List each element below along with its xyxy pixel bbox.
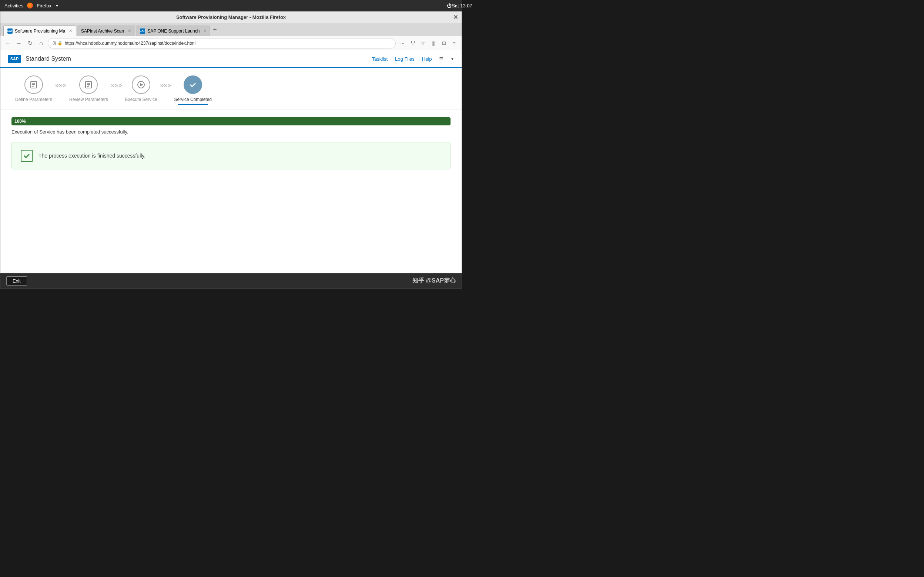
step-circle-completed <box>184 76 202 94</box>
sap-content: Define Parameters »»» Review Parameters … <box>0 68 462 273</box>
step-label-execute: Execute Service <box>125 97 157 102</box>
reload-button[interactable]: ↻ <box>26 39 34 48</box>
step-label-completed: Service Completed <box>174 97 212 102</box>
help-link[interactable]: Help <box>422 56 432 62</box>
forward-button[interactable]: → <box>15 39 23 48</box>
step-circle-review <box>79 76 98 94</box>
sap-tab-icon-1: SAP <box>7 29 13 34</box>
url-text: https://vhcalhdbdb.dummy.nodomain:4237/s… <box>65 41 195 46</box>
browser-title: Software Provisioning Manager - Mozilla … <box>176 15 286 20</box>
tab-close-1[interactable]: ✕ <box>69 29 72 33</box>
sap-logo: SAP <box>8 55 21 63</box>
execution-complete-text: Execution of Service has been completed … <box>11 129 451 135</box>
reader-view-button[interactable]: ||| <box>429 39 438 48</box>
browser-tabs: SAP Software Provisioning Ma ✕ SAPinst A… <box>0 23 462 36</box>
power-icon[interactable]: ⏻ <box>447 3 452 8</box>
firefox-icon <box>27 3 33 8</box>
step-circle-define <box>24 76 43 94</box>
url-bar[interactable]: (i) 🔒 https://vhcalhdbdb.dummy.nodomain:… <box>48 38 396 48</box>
step-label-review: Review Parameters <box>69 97 108 102</box>
progress-bar-container: 100% <box>11 117 451 126</box>
tab-sap-one-support[interactable]: SAP SAP ONE Support Launch ✕ <box>136 26 210 36</box>
step-label-define: Define Parameters <box>15 97 52 102</box>
progress-bar-fill: 100% <box>11 117 451 126</box>
browser-close-button[interactable]: ✕ <box>453 14 458 21</box>
activities-label[interactable]: Activities <box>5 3 23 8</box>
step-separator-2: »»» <box>108 81 125 89</box>
pocket-button[interactable]: ⛉ <box>408 39 417 48</box>
back-button[interactable]: ← <box>3 39 12 48</box>
new-tab-button[interactable]: + <box>211 26 219 34</box>
browser-title-bar: Software Provisioning Manager - Mozilla … <box>0 11 462 23</box>
sap-app-header: SAP Standard System Tasklist Log Files H… <box>0 50 462 68</box>
step-circle-execute <box>132 76 150 94</box>
sap-menu-chevron[interactable]: ▼ <box>451 57 454 61</box>
step-define-parameters[interactable]: Define Parameters <box>15 76 52 102</box>
wizard-steps: Define Parameters »»» Review Parameters … <box>0 68 462 110</box>
exit-button[interactable]: Exit <box>6 276 27 285</box>
watermark-text: 知乎 @SAP梦心 <box>412 277 456 285</box>
svg-marker-8 <box>140 83 143 86</box>
success-box: The process execution is finished succes… <box>11 142 451 169</box>
tab-close-3[interactable]: ✕ <box>203 29 207 33</box>
os-bar-left: Activities Firefox ▼ <box>5 3 59 8</box>
success-message-text: The process execution is finished succes… <box>39 153 145 159</box>
address-actions: ··· ⛉ ☆ ||| ⊡ ≡ <box>398 39 459 48</box>
tasklist-link[interactable]: Tasklist <box>372 56 388 62</box>
hamburger-menu-button[interactable]: ≡ <box>450 39 459 48</box>
sap-tab-icon-3: SAP <box>140 29 145 34</box>
step-execute-service[interactable]: Execute Service <box>125 76 157 102</box>
step-separator-3: »»» <box>157 81 174 89</box>
tab-label-1: Software Provisioning Ma <box>15 29 65 34</box>
step-review-parameters[interactable]: Review Parameters <box>69 76 108 102</box>
sap-logo-area: SAP Standard System <box>8 55 71 63</box>
tab-close-2[interactable]: ✕ <box>128 29 131 33</box>
lock-icon: (i) 🔒 <box>53 41 63 45</box>
log-files-link[interactable]: Log Files <box>395 56 415 62</box>
progress-section: 100% Execution of Service has been compl… <box>0 110 462 177</box>
browser-window: Software Provisioning Manager - Mozilla … <box>0 11 462 288</box>
address-bar: ← → ↻ ⌂ (i) 🔒 https://vhcalhdbdb.dummy.n… <box>0 36 462 50</box>
sap-menu-button[interactable]: ≡ <box>439 55 444 63</box>
tab-label-2: SAPinst Archive Scan <box>81 29 124 34</box>
more-options-button[interactable]: ··· <box>398 39 407 48</box>
os-time: Sat 13:07 <box>452 3 462 8</box>
progress-percent-label: 100% <box>15 119 26 124</box>
tab-software-provisioning[interactable]: SAP Software Provisioning Ma ✕ <box>3 26 76 36</box>
step-service-completed[interactable]: Service Completed <box>174 76 212 102</box>
os-bar: Activities Firefox ▼ Sat 13:07 ⏻ ▼ <box>0 0 462 11</box>
sync-button[interactable]: ⊡ <box>439 39 448 48</box>
home-button[interactable]: ⌂ <box>37 39 45 48</box>
bottom-bar: Exit 知乎 @SAP梦心 <box>0 273 462 288</box>
bookmark-button[interactable]: ☆ <box>419 39 428 48</box>
browser-label[interactable]: Firefox <box>37 3 52 8</box>
sap-app-title: Standard System <box>26 55 71 62</box>
sap-nav: Tasklist Log Files Help ≡ ▼ <box>372 55 454 63</box>
tab-label-3: SAP ONE Support Launch <box>147 29 200 34</box>
step-separator-1: »»» <box>52 81 69 89</box>
success-check-icon <box>21 150 32 162</box>
tab-sapinst-archive[interactable]: SAPinst Archive Scan ✕ <box>77 26 135 36</box>
dropdown-icon[interactable]: ▼ <box>55 4 59 8</box>
